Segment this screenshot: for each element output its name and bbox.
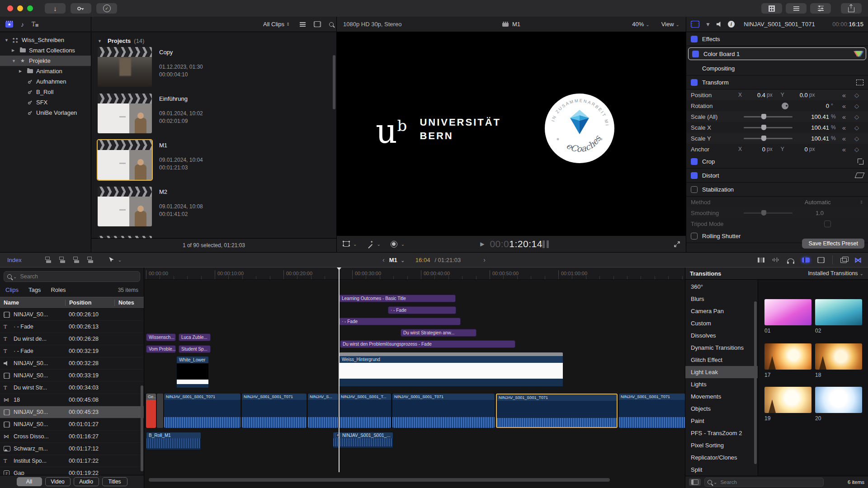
transition-thumbnail[interactable]	[764, 343, 811, 370]
trim-icon[interactable]	[758, 258, 764, 263]
keyframe-icon[interactable]: ◇	[850, 135, 863, 142]
transition-category[interactable]: Custom	[685, 317, 758, 329]
sidebar-item-unibe-vorlagen[interactable]: UniBe Vorlagen	[0, 108, 91, 118]
transition-category[interactable]: Camera Pan	[685, 305, 758, 317]
keyframe-icon[interactable]: ◇	[850, 146, 863, 153]
title-clip[interactable]: Student Sp...	[179, 345, 211, 353]
checkbox[interactable]	[691, 172, 698, 179]
skimmer-film-icon[interactable]	[817, 257, 825, 263]
reset-icon[interactable]: «	[838, 145, 850, 153]
transition-thumbnail[interactable]	[815, 299, 862, 325]
disclosure-icon[interactable]: ▶	[19, 69, 25, 73]
index-row[interactable]: NINJAV_S0...00:00:26:10	[0, 309, 144, 321]
distort-section[interactable]: Distort	[686, 169, 868, 183]
transition-category[interactable]: Glitch Effect	[685, 354, 758, 366]
param-value[interactable]: 0	[826, 103, 829, 109]
project-thumbnail[interactable]	[98, 187, 152, 226]
project-item[interactable]: Einführung09.01.2024, 10:0200:02:01:09	[98, 94, 327, 133]
import-media-button[interactable]: ↓	[45, 3, 66, 14]
timeline-clip[interactable]: Ge...	[146, 394, 156, 428]
transition-category[interactable]: 360°	[685, 281, 758, 293]
keyframe-icon[interactable]: ◇	[850, 113, 863, 120]
list-layout-button[interactable]	[786, 3, 807, 14]
timeline-project-dropdown[interactable]: M1 ⌄	[389, 257, 405, 263]
viewer-canvas[interactable]: ub UNIVERSITÄTBERN IN ZUSAMMENARBEIT MIT…	[337, 32, 686, 235]
timeline-clip[interactable]: NINJAV_S001_S001_T...	[339, 394, 391, 428]
reset-icon[interactable]: «	[838, 102, 850, 110]
title-clip[interactable]: Luca Zuble...	[179, 333, 211, 341]
append-edit-icon[interactable]	[73, 257, 81, 263]
transition-category[interactable]: Objects	[685, 403, 758, 415]
param-scale-all-[interactable]: Scale (All)100.41%«◇	[686, 111, 868, 122]
timeline-clip[interactable]: NINJAV_S001_S001_T071	[496, 394, 618, 428]
insert-edit-icon[interactable]	[59, 257, 67, 263]
slider-knob[interactable]	[761, 136, 766, 141]
transitions-search-input[interactable]	[719, 479, 821, 485]
index-row[interactable]: 2Gap00:01:19:22	[0, 467, 144, 475]
title-clip[interactable]: · - Fade	[339, 318, 461, 325]
title-clip[interactable]: · - Fade	[388, 306, 456, 314]
projects-section-header[interactable]: ▼ Projects (14)	[91, 32, 336, 46]
keyword-editor-button[interactable]	[71, 3, 91, 14]
index-row[interactable]: T· - Fade00:00:32:19	[0, 345, 144, 357]
transitions-scrollbar[interactable]	[754, 301, 757, 464]
param-position[interactable]: PositionX0.4pxY0.0px«◇	[686, 89, 868, 100]
project-item[interactable]: Copy01.12.2023, 01:3000:00:04:10	[98, 47, 327, 87]
sidebar-item-projekte[interactable]: ▼★Projekte	[0, 56, 91, 66]
stabilization-section[interactable]: Stabilization	[686, 183, 868, 197]
compositing-section[interactable]: Compositing	[686, 61, 868, 75]
tab-tags[interactable]: Tags	[28, 286, 41, 293]
connect-edit-icon[interactable]	[45, 257, 53, 263]
project-item[interactable]: M209.01.2024, 10:0800:01:41:02	[98, 187, 327, 226]
filter-titles[interactable]: Titles	[102, 477, 127, 486]
crop-section[interactable]: Crop	[686, 155, 868, 169]
rotation-dial[interactable]	[782, 103, 788, 109]
photos-audio-sidebar-toggle[interactable]: ♪	[21, 21, 24, 28]
param-y-value[interactable]: 0.0	[784, 92, 808, 99]
project-thumb-partial[interactable]	[98, 236, 152, 238]
prev-project-button[interactable]: ‹	[382, 256, 385, 263]
transform-section-icon[interactable]	[856, 80, 863, 85]
color-inspector-icon[interactable]: ▼	[705, 21, 711, 28]
project-thumbnail[interactable]	[98, 140, 152, 180]
transition-category[interactable]: Movements	[685, 390, 758, 403]
sidebar-item-sfx[interactable]: SFX	[0, 97, 91, 108]
color-board-effect[interactable]: Color Board 1	[688, 47, 866, 60]
timeline-hscrollbar[interactable]	[149, 478, 610, 482]
browser-layout-button[interactable]	[761, 3, 782, 14]
color-board-icon[interactable]	[855, 51, 862, 57]
zoom-button[interactable]	[27, 5, 33, 11]
index-row[interactable]: NINJAV_S0...00:00:33:19	[0, 370, 144, 382]
project-item[interactable]: M109.01.2024, 10:0400:01:21:03	[98, 140, 327, 180]
tab-roles[interactable]: Roles	[51, 286, 66, 293]
title-clip[interactable]: Learning Outcomes - Basic Title	[339, 295, 456, 302]
library-sidebar-toggle[interactable]: ★	[5, 21, 13, 28]
transition-item[interactable]: 20	[815, 387, 862, 422]
slider-knob[interactable]	[761, 125, 766, 130]
filter-audio[interactable]: Audio	[74, 477, 99, 486]
title-clip[interactable]: Vom Proble...	[146, 345, 176, 353]
transition-category[interactable]: Light Leak	[685, 366, 758, 378]
index-button[interactable]: Index	[7, 257, 22, 263]
adjust-layout-button[interactable]	[810, 3, 831, 14]
distort-section-icon[interactable]	[855, 173, 865, 178]
minimize-button[interactable]	[17, 5, 23, 11]
param-rotation[interactable]: Rotation0°«◇	[686, 100, 868, 111]
index-search-input[interactable]	[19, 273, 137, 280]
transition-item[interactable]: 18	[815, 343, 862, 378]
timeline-ruler[interactable]: 00:00:0000:00:10:0000:00:20:0000:00:30:0…	[144, 267, 685, 280]
reset-icon[interactable]: «	[838, 124, 850, 131]
title-clip[interactable]: Du wirst Strategien anw...	[401, 329, 476, 337]
weiss-hintergrund-clip[interactable]: Weiss_Hintergrund	[339, 352, 563, 389]
reset-icon[interactable]: «	[838, 113, 850, 121]
title-clip[interactable]: Du wirst den Problemlösungsprozess - Fad…	[340, 340, 515, 348]
viewer-view-dropdown[interactable]: View⌄	[661, 21, 679, 28]
keyframe-icon[interactable]: ◇	[850, 103, 863, 109]
transition-category[interactable]: Lights	[685, 378, 758, 390]
param-y-value[interactable]: 0	[784, 146, 808, 153]
param-slider[interactable]	[744, 116, 793, 117]
slider-knob[interactable]	[761, 114, 766, 119]
save-effects-preset-button[interactable]: Save Effects Preset	[802, 239, 864, 249]
timeline-clip[interactable]: NINJAV_S001_S001_T071	[619, 394, 685, 428]
timeline-clip[interactable]: NINJAV_S001_S001_T071	[164, 394, 241, 428]
